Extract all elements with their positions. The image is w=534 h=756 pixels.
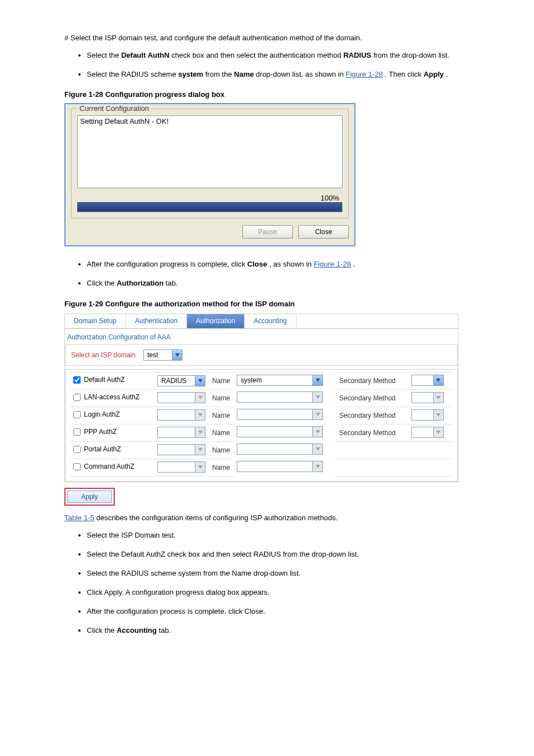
secondary-method-dropdown (411, 427, 444, 438)
figure-link[interactable]: Figure 1-28 (313, 260, 350, 268)
chevron-down-icon (195, 462, 205, 472)
name-dropdown[interactable]: system (237, 375, 323, 386)
list-item: Click Apply. A configuration progress di… (87, 587, 495, 598)
progress-percent: 100% (321, 194, 339, 202)
figure-link[interactable]: Figure 1-28 (346, 70, 383, 78)
panel-title: Authorization Configuration of AAA (65, 329, 458, 344)
dropdown-value (412, 410, 433, 420)
chevron-down-icon (195, 393, 205, 403)
figure-caption: Figure 1-29 Configure the authorization … (64, 300, 495, 308)
list-item: After the configuration progress is comp… (87, 259, 495, 270)
name-label: Name (209, 407, 233, 424)
checkbox[interactable] (73, 394, 81, 401)
checkbox-label: Command AuthZ (84, 463, 134, 470)
bold: Accounting (116, 626, 157, 634)
bullet-list-1: Select the Default AuthN check box and t… (64, 50, 495, 80)
authz-row: Login AuthZNameSecondary Method (70, 407, 453, 424)
bullet-list-2: After the configuration progress is comp… (64, 259, 495, 289)
text: . (353, 260, 355, 268)
apply-button[interactable]: Apply (67, 491, 112, 503)
checkbox-label: Login AuthZ (84, 410, 120, 418)
tab-bar: Domain Setup Authentication Authorizatio… (65, 314, 458, 329)
name-dropdown (237, 444, 323, 455)
checkbox-label: PPP AuthZ (84, 428, 116, 436)
chevron-down-icon (312, 409, 322, 419)
domain-select-label: Select an ISP domain (71, 351, 135, 359)
text: from the drop-down list. (373, 51, 449, 59)
figure-caption: Figure 1-28 Configuration progress dialo… (64, 90, 495, 99)
chevron-down-icon (195, 445, 205, 455)
method-dropdown[interactable]: RADIUS (157, 375, 205, 386)
groupbox-label: Current Configuration (77, 104, 151, 113)
secondary-method-dropdown (411, 409, 444, 421)
text: Select the RADIUS scheme (87, 70, 178, 78)
secondary-method-dropdown[interactable] (411, 375, 444, 386)
method-dropdown (157, 461, 205, 473)
authz-grid: Default AuthZRADIUSNamesystemSecondary M… (65, 369, 458, 482)
authz-row: LAN-access AuthZNameSecondary Method (70, 389, 453, 407)
chevron-down-icon (312, 444, 322, 454)
secondary-method-label: Secondary Method (336, 407, 408, 424)
bold: system (178, 70, 203, 78)
isp-domain-dropdown[interactable]: test (143, 349, 182, 361)
text: tab. (166, 279, 178, 287)
tab-accounting[interactable]: Accounting (245, 314, 296, 328)
text: Click the (87, 626, 116, 634)
name-dropdown (237, 461, 323, 472)
list-item: Select the Default AuthN check box and t… (87, 50, 495, 61)
secondary-method-label: Secondary Method (336, 372, 408, 389)
authz-row: Default AuthZRADIUSNamesystemSecondary M… (70, 372, 453, 389)
checkbox[interactable] (73, 463, 81, 470)
checkbox[interactable] (73, 428, 81, 436)
dropdown-value: test (144, 350, 172, 360)
list-item: Select the RADIUS scheme system from the… (87, 568, 495, 579)
name-label: Name (209, 372, 233, 389)
name-dropdown (237, 426, 323, 437)
bold: Default AuthN (121, 51, 169, 59)
table-caption-line: Table 1-5 describes the configuration it… (64, 514, 495, 522)
authz-checkbox-3[interactable]: PPP AuthZ (73, 428, 116, 436)
tab-authorization[interactable]: Authorization (187, 314, 245, 328)
bold: Close (247, 260, 267, 268)
authz-row: Portal AuthZName (70, 441, 453, 459)
dropdown-value (237, 427, 312, 437)
list-item: Click the Accounting tab. (87, 625, 495, 636)
authz-checkbox-5[interactable]: Command AuthZ (73, 463, 134, 470)
tab-domain-setup[interactable]: Domain Setup (65, 314, 126, 328)
text: . Then click (385, 70, 424, 78)
authz-checkbox-0[interactable]: Default AuthZ (73, 376, 125, 384)
bold: Name (234, 70, 254, 78)
list-item: Select the ISP Domain test. (87, 530, 495, 541)
method-dropdown (157, 409, 205, 421)
authz-checkbox-1[interactable]: LAN-access AuthZ (73, 393, 139, 401)
close-button[interactable]: Close (298, 225, 349, 239)
chevron-down-icon (433, 393, 443, 403)
name-label: Name (209, 424, 233, 441)
list-item: Select the Default AuthZ check box and t… (87, 549, 495, 560)
chevron-down-icon (433, 427, 443, 437)
name-label: Name (209, 441, 233, 459)
chevron-down-icon (195, 410, 205, 420)
authz-checkbox-4[interactable]: Portal AuthZ (73, 445, 121, 453)
dropdown-value (158, 427, 195, 437)
checkbox[interactable] (73, 411, 81, 418)
name-dropdown (237, 391, 323, 403)
checkbox[interactable] (73, 446, 81, 453)
text: , as shown in (269, 260, 314, 268)
checkbox[interactable] (73, 376, 81, 384)
dropdown-value (237, 444, 312, 454)
tab-authentication[interactable]: Authentication (126, 314, 187, 328)
checkbox-label: Default AuthZ (84, 376, 125, 384)
authz-checkbox-2[interactable]: Login AuthZ (73, 410, 120, 418)
chevron-down-icon (312, 461, 322, 472)
table-link[interactable]: Table 1-5 (64, 514, 94, 522)
chevron-down-icon (195, 427, 205, 437)
dropdown-value: RADIUS (158, 376, 195, 386)
dropdown-value (158, 445, 195, 455)
text: from the (205, 70, 234, 78)
chevron-down-icon (312, 427, 322, 437)
text: . (446, 70, 448, 78)
dropdown-value (158, 410, 195, 420)
name-label: Name (209, 389, 233, 407)
dropdown-value (237, 409, 312, 419)
